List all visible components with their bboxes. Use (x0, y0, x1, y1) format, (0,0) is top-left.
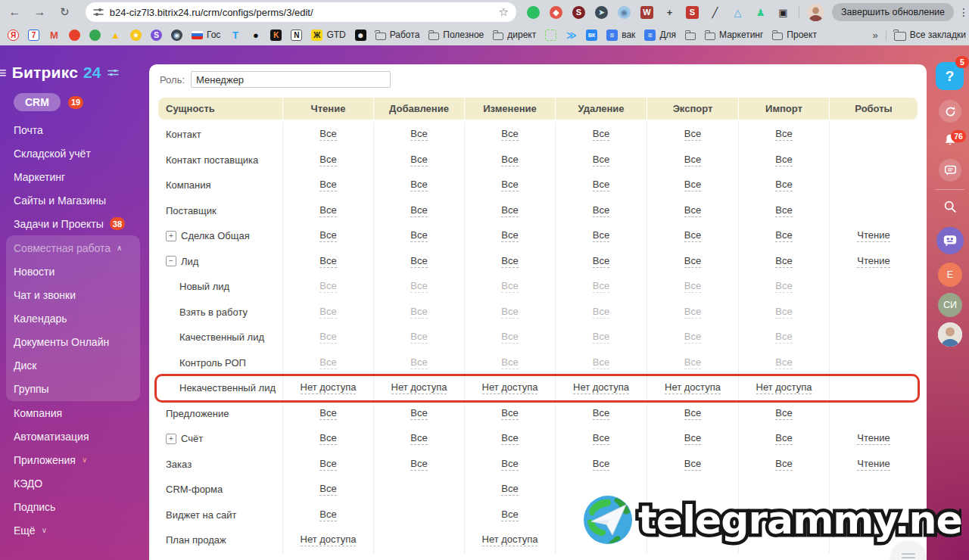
permission-value[interactable]: Все (684, 331, 701, 344)
ext-green-circle-icon[interactable] (527, 6, 540, 19)
permission-value[interactable]: Нет доступа (756, 381, 812, 394)
permission-value[interactable]: Все (501, 306, 518, 319)
permission-value[interactable]: Все (775, 280, 792, 293)
permission-value[interactable]: Все (501, 280, 518, 293)
permission-value[interactable]: Все (501, 128, 518, 141)
messenger-icon[interactable] (936, 227, 964, 254)
sidebar-item[interactable]: Почта (0, 118, 149, 142)
permission-value[interactable]: Все (775, 331, 792, 344)
bookmark-item[interactable]: ▲ (110, 30, 121, 41)
sidebar-item[interactable]: Совместная работа∧ (6, 236, 140, 260)
permission-value[interactable]: Все (593, 356, 609, 369)
permission-value[interactable]: Все (501, 179, 518, 191)
search-icon[interactable] (939, 195, 961, 218)
permission-value[interactable]: Все (501, 432, 518, 445)
permission-value[interactable]: Все (501, 204, 518, 217)
permission-value[interactable]: Все (684, 154, 701, 166)
sidebar-item[interactable]: КЭДО (0, 471, 149, 495)
bookmark-item[interactable]: Гос (192, 30, 220, 40)
permission-value[interactable]: Все (319, 128, 336, 141)
ext-blue-triangle-icon[interactable]: △ (731, 6, 744, 19)
permission-value[interactable]: Все (410, 331, 427, 344)
permission-value[interactable]: Все (319, 356, 336, 369)
permission-value[interactable]: Чтение (857, 255, 890, 268)
permission-value[interactable]: Нет доступа (573, 381, 629, 394)
permission-value[interactable]: Все (410, 306, 427, 319)
permission-value[interactable]: Нет доступа (482, 534, 538, 546)
permission-value[interactable]: Нет доступа (301, 534, 357, 546)
permission-value[interactable]: Все (501, 483, 518, 496)
permission-value[interactable]: Все (684, 280, 701, 293)
bookmark-item[interactable] (545, 30, 556, 41)
finish-update-button[interactable]: Завершить обновление (832, 3, 954, 21)
permission-value[interactable]: Все (501, 458, 518, 471)
permission-value[interactable]: Все (593, 154, 609, 166)
all-bookmarks-button[interactable]: Все закладки (894, 30, 966, 41)
sidebar-item[interactable]: Документы Онлайн (6, 330, 140, 353)
bookmark-item[interactable]: N (291, 30, 302, 41)
feedback-chat-icon[interactable] (939, 159, 961, 182)
permission-value[interactable]: Все (775, 128, 792, 141)
sidebar-item[interactable]: Новости (6, 260, 140, 283)
permission-value[interactable]: Чтение (857, 458, 890, 471)
permission-value[interactable]: Все (593, 407, 609, 420)
permission-value[interactable]: Все (684, 306, 701, 319)
bookmark-item[interactable]: ★ (130, 30, 142, 41)
ext-pipe-icon[interactable]: ╱ (709, 6, 721, 19)
bookmark-item[interactable]: T (229, 30, 241, 41)
permission-value[interactable]: Все (319, 306, 336, 319)
permission-value[interactable]: Все (684, 458, 701, 471)
permission-value[interactable]: Все (775, 432, 792, 445)
permission-value[interactable]: Все (593, 229, 609, 242)
permission-value[interactable]: Все (410, 407, 427, 420)
permission-value[interactable]: Все (410, 356, 427, 369)
permission-value[interactable]: Все (775, 179, 792, 191)
bookmark-item[interactable]: ≡вак (606, 30, 635, 41)
address-bar[interactable]: b24-ciz7l3.bitrix24.ru/crm/configs/perms… (86, 2, 516, 22)
permission-value[interactable]: Все (775, 204, 792, 217)
site-settings-icon[interactable] (93, 7, 104, 17)
bookmark-item[interactable]: ≡Для (644, 30, 676, 41)
permission-value[interactable]: Все (319, 331, 336, 344)
reload-icon[interactable]: ↻ (58, 5, 72, 19)
ext-seo-icon[interactable]: S (686, 6, 699, 19)
bookmark-item[interactable]: 7 (28, 30, 39, 41)
expand-icon[interactable]: + (166, 231, 176, 241)
permission-value[interactable]: Все (501, 255, 518, 268)
permission-value[interactable]: Все (319, 432, 336, 445)
permission-value[interactable]: Все (319, 458, 336, 471)
sidebar-item[interactable]: Маркетинг (0, 165, 149, 188)
ext-fingerprint-icon[interactable]: ◉ (618, 6, 631, 19)
permission-value[interactable]: Все (410, 432, 427, 445)
browser-profile-avatar[interactable] (807, 4, 824, 21)
ext-red-shield-icon[interactable]: ◆ (550, 6, 562, 19)
hamburger-menu-icon[interactable]: ≡ (0, 64, 7, 82)
sidebar-item[interactable]: Автоматизация (0, 425, 149, 448)
expand-icon[interactable]: + (166, 434, 176, 444)
bookmark-item[interactable]: ЖGTD (311, 30, 345, 41)
collapse-icon[interactable]: − (166, 256, 176, 266)
permission-value[interactable]: Все (684, 432, 701, 445)
permission-value[interactable]: Все (593, 280, 609, 293)
ext-green-figure-icon[interactable]: ♟ (754, 6, 767, 19)
ext-move-cross-icon[interactable]: + (663, 6, 676, 19)
permission-value[interactable]: Все (410, 229, 427, 242)
permission-value[interactable]: Все (684, 179, 701, 191)
permission-value[interactable]: Все (593, 432, 609, 445)
permission-value[interactable]: Все (775, 154, 792, 166)
permission-value[interactable]: Все (319, 229, 336, 242)
permission-value[interactable]: Все (593, 458, 609, 471)
bookmark-item[interactable]: Полезное (428, 30, 484, 40)
bookmark-item[interactable]: ≫ (566, 30, 577, 41)
permission-value[interactable]: Все (319, 407, 336, 420)
permission-value[interactable]: Все (593, 179, 609, 191)
sidebar-item-crm[interactable]: CRM (14, 93, 61, 111)
bookmark-item[interactable] (685, 30, 696, 40)
permission-value[interactable]: Все (501, 407, 518, 420)
sidebar-item[interactable]: Подпись (0, 495, 149, 518)
permission-value[interactable]: Все (684, 356, 701, 369)
bookmark-item[interactable]: K (270, 30, 282, 41)
permission-value[interactable]: Все (501, 154, 518, 166)
permission-value[interactable]: Все (775, 458, 792, 471)
permission-value[interactable]: Все (410, 154, 427, 166)
